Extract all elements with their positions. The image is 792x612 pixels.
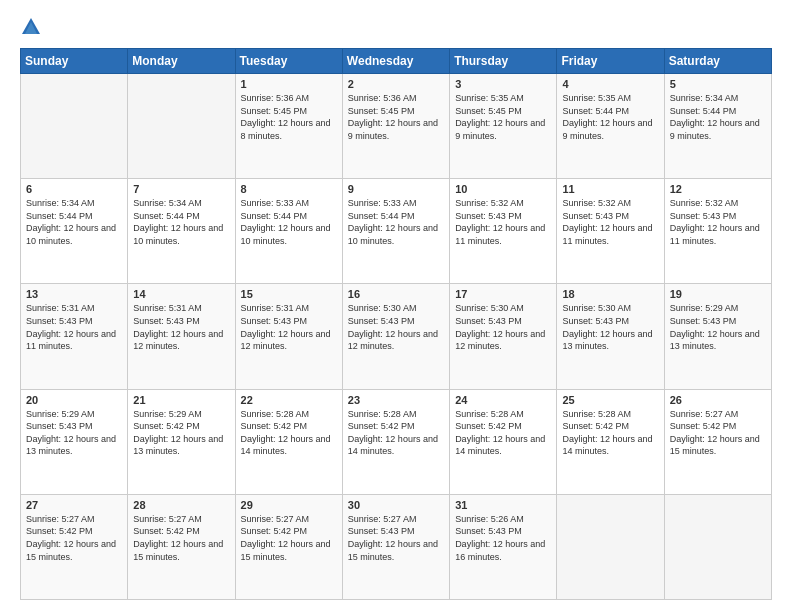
- day-number: 6: [26, 183, 122, 195]
- day-number: 26: [670, 394, 766, 406]
- calendar-cell: 2Sunrise: 5:36 AM Sunset: 5:45 PM Daylig…: [342, 74, 449, 179]
- calendar-cell: 18Sunrise: 5:30 AM Sunset: 5:43 PM Dayli…: [557, 284, 664, 389]
- day-number: 20: [26, 394, 122, 406]
- calendar-cell: 13Sunrise: 5:31 AM Sunset: 5:43 PM Dayli…: [21, 284, 128, 389]
- day-header-saturday: Saturday: [664, 49, 771, 74]
- calendar-cell: 5Sunrise: 5:34 AM Sunset: 5:44 PM Daylig…: [664, 74, 771, 179]
- week-row-3: 13Sunrise: 5:31 AM Sunset: 5:43 PM Dayli…: [21, 284, 772, 389]
- calendar-cell: 19Sunrise: 5:29 AM Sunset: 5:43 PM Dayli…: [664, 284, 771, 389]
- calendar-cell: 7Sunrise: 5:34 AM Sunset: 5:44 PM Daylig…: [128, 179, 235, 284]
- calendar-cell: 6Sunrise: 5:34 AM Sunset: 5:44 PM Daylig…: [21, 179, 128, 284]
- calendar-cell: 4Sunrise: 5:35 AM Sunset: 5:44 PM Daylig…: [557, 74, 664, 179]
- calendar-cell: 26Sunrise: 5:27 AM Sunset: 5:42 PM Dayli…: [664, 389, 771, 494]
- day-number: 13: [26, 288, 122, 300]
- calendar-cell: [664, 494, 771, 599]
- calendar-cell: 20Sunrise: 5:29 AM Sunset: 5:43 PM Dayli…: [21, 389, 128, 494]
- day-header-friday: Friday: [557, 49, 664, 74]
- day-info: Sunrise: 5:34 AM Sunset: 5:44 PM Dayligh…: [670, 93, 760, 141]
- day-info: Sunrise: 5:28 AM Sunset: 5:42 PM Dayligh…: [348, 409, 438, 457]
- header: [20, 16, 772, 38]
- calendar-cell: 31Sunrise: 5:26 AM Sunset: 5:43 PM Dayli…: [450, 494, 557, 599]
- day-info: Sunrise: 5:28 AM Sunset: 5:42 PM Dayligh…: [562, 409, 652, 457]
- day-number: 5: [670, 78, 766, 90]
- day-info: Sunrise: 5:34 AM Sunset: 5:44 PM Dayligh…: [26, 198, 116, 246]
- day-info: Sunrise: 5:29 AM Sunset: 5:42 PM Dayligh…: [133, 409, 223, 457]
- day-number: 29: [241, 499, 337, 511]
- day-number: 24: [455, 394, 551, 406]
- calendar-table: SundayMondayTuesdayWednesdayThursdayFrid…: [20, 48, 772, 600]
- day-header-thursday: Thursday: [450, 49, 557, 74]
- day-info: Sunrise: 5:26 AM Sunset: 5:43 PM Dayligh…: [455, 514, 545, 562]
- calendar-cell: 23Sunrise: 5:28 AM Sunset: 5:42 PM Dayli…: [342, 389, 449, 494]
- calendar-cell: 29Sunrise: 5:27 AM Sunset: 5:42 PM Dayli…: [235, 494, 342, 599]
- page: SundayMondayTuesdayWednesdayThursdayFrid…: [0, 0, 792, 612]
- calendar-cell: 28Sunrise: 5:27 AM Sunset: 5:42 PM Dayli…: [128, 494, 235, 599]
- day-number: 10: [455, 183, 551, 195]
- day-number: 3: [455, 78, 551, 90]
- day-number: 7: [133, 183, 229, 195]
- calendar-cell: 17Sunrise: 5:30 AM Sunset: 5:43 PM Dayli…: [450, 284, 557, 389]
- week-row-5: 27Sunrise: 5:27 AM Sunset: 5:42 PM Dayli…: [21, 494, 772, 599]
- calendar-body: 1Sunrise: 5:36 AM Sunset: 5:45 PM Daylig…: [21, 74, 772, 600]
- day-info: Sunrise: 5:31 AM Sunset: 5:43 PM Dayligh…: [133, 303, 223, 351]
- day-number: 19: [670, 288, 766, 300]
- week-row-4: 20Sunrise: 5:29 AM Sunset: 5:43 PM Dayli…: [21, 389, 772, 494]
- day-info: Sunrise: 5:32 AM Sunset: 5:43 PM Dayligh…: [562, 198, 652, 246]
- week-row-2: 6Sunrise: 5:34 AM Sunset: 5:44 PM Daylig…: [21, 179, 772, 284]
- calendar-cell: [21, 74, 128, 179]
- day-info: Sunrise: 5:27 AM Sunset: 5:42 PM Dayligh…: [26, 514, 116, 562]
- day-info: Sunrise: 5:29 AM Sunset: 5:43 PM Dayligh…: [26, 409, 116, 457]
- day-number: 27: [26, 499, 122, 511]
- day-info: Sunrise: 5:27 AM Sunset: 5:43 PM Dayligh…: [348, 514, 438, 562]
- calendar-cell: 15Sunrise: 5:31 AM Sunset: 5:43 PM Dayli…: [235, 284, 342, 389]
- day-info: Sunrise: 5:36 AM Sunset: 5:45 PM Dayligh…: [241, 93, 331, 141]
- day-info: Sunrise: 5:31 AM Sunset: 5:43 PM Dayligh…: [26, 303, 116, 351]
- day-header-tuesday: Tuesday: [235, 49, 342, 74]
- calendar-cell: 12Sunrise: 5:32 AM Sunset: 5:43 PM Dayli…: [664, 179, 771, 284]
- calendar-cell: 8Sunrise: 5:33 AM Sunset: 5:44 PM Daylig…: [235, 179, 342, 284]
- day-info: Sunrise: 5:33 AM Sunset: 5:44 PM Dayligh…: [241, 198, 331, 246]
- day-number: 16: [348, 288, 444, 300]
- days-header-row: SundayMondayTuesdayWednesdayThursdayFrid…: [21, 49, 772, 74]
- calendar-cell: 1Sunrise: 5:36 AM Sunset: 5:45 PM Daylig…: [235, 74, 342, 179]
- calendar-cell: 11Sunrise: 5:32 AM Sunset: 5:43 PM Dayli…: [557, 179, 664, 284]
- day-number: 21: [133, 394, 229, 406]
- day-number: 18: [562, 288, 658, 300]
- day-number: 28: [133, 499, 229, 511]
- day-number: 12: [670, 183, 766, 195]
- week-row-1: 1Sunrise: 5:36 AM Sunset: 5:45 PM Daylig…: [21, 74, 772, 179]
- calendar-cell: 27Sunrise: 5:27 AM Sunset: 5:42 PM Dayli…: [21, 494, 128, 599]
- day-number: 23: [348, 394, 444, 406]
- day-info: Sunrise: 5:29 AM Sunset: 5:43 PM Dayligh…: [670, 303, 760, 351]
- day-info: Sunrise: 5:30 AM Sunset: 5:43 PM Dayligh…: [348, 303, 438, 351]
- day-info: Sunrise: 5:34 AM Sunset: 5:44 PM Dayligh…: [133, 198, 223, 246]
- calendar-cell: 14Sunrise: 5:31 AM Sunset: 5:43 PM Dayli…: [128, 284, 235, 389]
- day-number: 1: [241, 78, 337, 90]
- day-number: 30: [348, 499, 444, 511]
- calendar-cell: 24Sunrise: 5:28 AM Sunset: 5:42 PM Dayli…: [450, 389, 557, 494]
- day-info: Sunrise: 5:31 AM Sunset: 5:43 PM Dayligh…: [241, 303, 331, 351]
- day-number: 14: [133, 288, 229, 300]
- logo-icon: [20, 16, 42, 38]
- day-info: Sunrise: 5:32 AM Sunset: 5:43 PM Dayligh…: [670, 198, 760, 246]
- calendar-cell: 10Sunrise: 5:32 AM Sunset: 5:43 PM Dayli…: [450, 179, 557, 284]
- day-number: 31: [455, 499, 551, 511]
- day-info: Sunrise: 5:27 AM Sunset: 5:42 PM Dayligh…: [670, 409, 760, 457]
- day-number: 15: [241, 288, 337, 300]
- calendar-cell: 30Sunrise: 5:27 AM Sunset: 5:43 PM Dayli…: [342, 494, 449, 599]
- day-number: 17: [455, 288, 551, 300]
- calendar-cell: [557, 494, 664, 599]
- day-header-monday: Monday: [128, 49, 235, 74]
- day-info: Sunrise: 5:28 AM Sunset: 5:42 PM Dayligh…: [241, 409, 331, 457]
- day-header-wednesday: Wednesday: [342, 49, 449, 74]
- day-info: Sunrise: 5:27 AM Sunset: 5:42 PM Dayligh…: [133, 514, 223, 562]
- day-info: Sunrise: 5:35 AM Sunset: 5:45 PM Dayligh…: [455, 93, 545, 141]
- calendar-cell: 16Sunrise: 5:30 AM Sunset: 5:43 PM Dayli…: [342, 284, 449, 389]
- day-info: Sunrise: 5:33 AM Sunset: 5:44 PM Dayligh…: [348, 198, 438, 246]
- day-info: Sunrise: 5:28 AM Sunset: 5:42 PM Dayligh…: [455, 409, 545, 457]
- day-number: 22: [241, 394, 337, 406]
- day-number: 25: [562, 394, 658, 406]
- logo: [20, 16, 46, 38]
- day-info: Sunrise: 5:32 AM Sunset: 5:43 PM Dayligh…: [455, 198, 545, 246]
- day-info: Sunrise: 5:30 AM Sunset: 5:43 PM Dayligh…: [562, 303, 652, 351]
